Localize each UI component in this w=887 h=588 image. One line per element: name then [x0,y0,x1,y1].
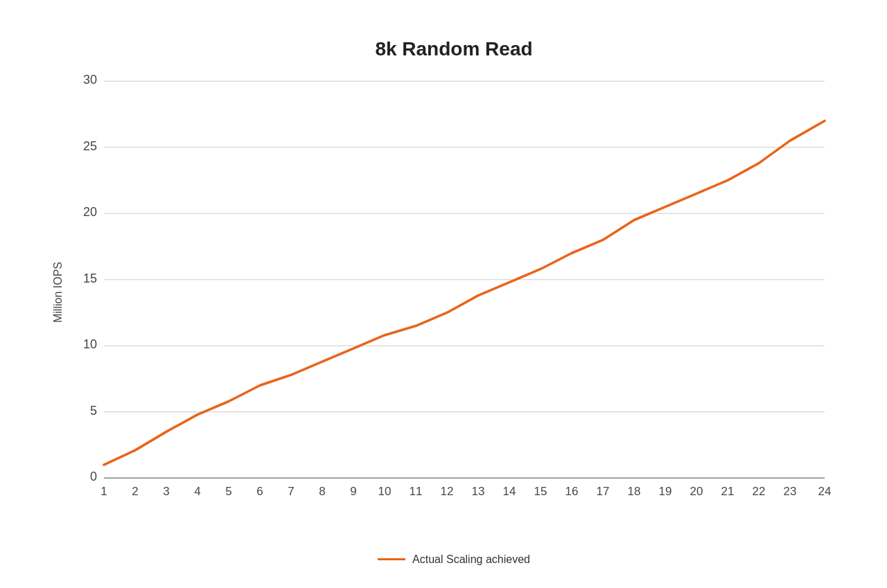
svg-text:30: 30 [83,74,97,87]
svg-text:20: 20 [83,205,97,219]
svg-text:9: 9 [350,483,356,497]
svg-text:24: 24 [818,483,832,497]
chart-legend: Actual Scaling achieved [378,553,530,566]
svg-text:23: 23 [784,483,797,497]
y-axis-label: Million IOPS [52,261,64,322]
svg-text:0: 0 [90,470,97,483]
chart-svg: 30 25 20 15 10 5 0 1 2 3 4 5 6 7 8 9 10 … [76,74,832,510]
svg-text:6: 6 [256,483,263,497]
svg-text:1: 1 [100,483,107,497]
svg-text:13: 13 [472,483,485,497]
svg-text:21: 21 [721,483,735,497]
legend-line-icon [378,558,405,560]
svg-text:19: 19 [659,483,672,497]
svg-text:8: 8 [319,483,325,497]
svg-text:18: 18 [628,483,641,497]
chart-title: 8k Random Read [76,38,832,60]
svg-text:10: 10 [83,337,97,351]
svg-text:14: 14 [503,483,516,497]
svg-text:20: 20 [690,483,703,497]
svg-text:22: 22 [753,483,766,497]
data-line-actual-scaling [104,121,825,465]
svg-text:5: 5 [225,483,231,497]
svg-text:3: 3 [163,483,169,497]
svg-text:17: 17 [597,483,610,497]
svg-text:15: 15 [83,271,97,285]
svg-text:15: 15 [534,483,547,497]
chart-container: 8k Random Read Million IOPS 30 25 20 15 … [14,10,873,578]
chart-area: Million IOPS 30 25 20 15 10 5 0 [76,74,832,510]
svg-text:4: 4 [194,483,201,497]
svg-text:12: 12 [441,483,454,497]
svg-text:2: 2 [132,483,138,497]
svg-text:16: 16 [565,483,579,497]
svg-text:7: 7 [288,483,294,497]
svg-text:5: 5 [90,403,97,417]
svg-text:10: 10 [378,483,392,497]
svg-text:11: 11 [410,483,423,497]
legend-label: Actual Scaling achieved [412,553,530,566]
svg-text:25: 25 [83,139,97,152]
